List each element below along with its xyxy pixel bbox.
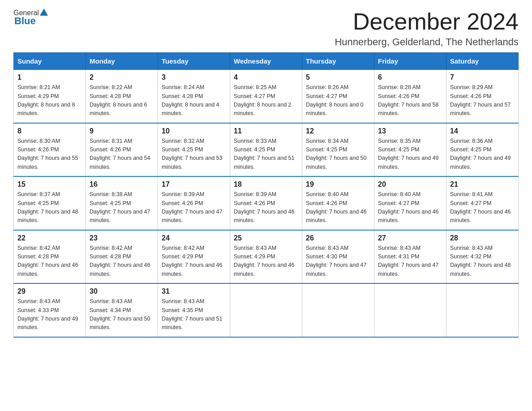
day-info: Sunrise: 8:34 AMSunset: 4:25 PMDaylight:… bbox=[306, 138, 367, 170]
day-number: 23 bbox=[90, 234, 154, 242]
day-info: Sunrise: 8:38 AMSunset: 4:25 PMDaylight:… bbox=[90, 191, 150, 223]
calendar-table: Sunday Monday Tuesday Wednesday Thursday… bbox=[13, 52, 519, 338]
day-number: 2 bbox=[90, 73, 154, 81]
header-saturday: Saturday bbox=[446, 53, 519, 70]
day-number: 1 bbox=[17, 73, 82, 81]
day-number: 22 bbox=[17, 234, 82, 242]
calendar-cell: 28 Sunrise: 8:43 AMSunset: 4:32 PMDaylig… bbox=[446, 230, 519, 284]
calendar-cell: 23 Sunrise: 8:42 AMSunset: 4:28 PMDaylig… bbox=[86, 230, 158, 284]
day-info: Sunrise: 8:24 AMSunset: 4:28 PMDaylight:… bbox=[162, 84, 219, 116]
day-info: Sunrise: 8:30 AMSunset: 4:26 PMDaylight:… bbox=[17, 138, 78, 170]
calendar-cell: 8 Sunrise: 8:30 AMSunset: 4:26 PMDayligh… bbox=[14, 123, 86, 177]
calendar-cell: 17 Sunrise: 8:39 AMSunset: 4:26 PMDaylig… bbox=[158, 176, 230, 230]
day-number: 11 bbox=[234, 127, 298, 135]
day-number: 9 bbox=[90, 127, 154, 135]
calendar-cell: 9 Sunrise: 8:31 AMSunset: 4:26 PMDayligh… bbox=[86, 123, 158, 177]
day-info: Sunrise: 8:33 AMSunset: 4:25 PMDaylight:… bbox=[234, 138, 295, 170]
day-info: Sunrise: 8:43 AMSunset: 4:29 PMDaylight:… bbox=[234, 245, 295, 277]
calendar-cell: 25 Sunrise: 8:43 AMSunset: 4:29 PMDaylig… bbox=[230, 230, 302, 284]
calendar-cell bbox=[302, 283, 374, 337]
day-number: 26 bbox=[306, 234, 370, 242]
calendar-cell bbox=[446, 283, 519, 337]
day-number: 27 bbox=[378, 234, 442, 242]
day-number: 12 bbox=[306, 127, 370, 135]
logo-triangle-icon bbox=[40, 9, 48, 16]
calendar-cell: 7 Sunrise: 8:29 AMSunset: 4:26 PMDayligh… bbox=[446, 70, 519, 123]
day-info: Sunrise: 8:40 AMSunset: 4:27 PMDaylight:… bbox=[378, 191, 439, 223]
header-monday: Monday bbox=[86, 53, 158, 70]
calendar-cell: 12 Sunrise: 8:34 AMSunset: 4:25 PMDaylig… bbox=[302, 123, 374, 177]
calendar-cell bbox=[374, 283, 446, 337]
day-info: Sunrise: 8:43 AMSunset: 4:34 PMDaylight:… bbox=[90, 298, 150, 330]
calendar-cell: 19 Sunrise: 8:40 AMSunset: 4:26 PMDaylig… bbox=[302, 176, 374, 230]
day-info: Sunrise: 8:37 AMSunset: 4:25 PMDaylight:… bbox=[17, 191, 78, 223]
day-number: 13 bbox=[378, 127, 442, 135]
calendar-cell: 2 Sunrise: 8:22 AMSunset: 4:28 PMDayligh… bbox=[86, 70, 158, 123]
day-info: Sunrise: 8:39 AMSunset: 4:26 PMDaylight:… bbox=[162, 191, 223, 223]
title-area: December 2024 Hunnerberg, Gelderland, Th… bbox=[335, 9, 519, 48]
day-number: 17 bbox=[162, 180, 226, 188]
day-info: Sunrise: 8:36 AMSunset: 4:25 PMDaylight:… bbox=[450, 138, 511, 170]
calendar-cell: 3 Sunrise: 8:24 AMSunset: 4:28 PMDayligh… bbox=[158, 70, 230, 123]
day-number: 24 bbox=[162, 234, 226, 242]
calendar-cell: 30 Sunrise: 8:43 AMSunset: 4:34 PMDaylig… bbox=[86, 283, 158, 337]
day-number: 3 bbox=[162, 73, 226, 81]
day-number: 6 bbox=[378, 73, 442, 81]
day-info: Sunrise: 8:22 AMSunset: 4:28 PMDaylight:… bbox=[90, 84, 147, 116]
day-number: 14 bbox=[450, 127, 515, 135]
week-row-4: 22 Sunrise: 8:42 AMSunset: 4:28 PMDaylig… bbox=[14, 230, 519, 284]
calendar-cell: 11 Sunrise: 8:33 AMSunset: 4:25 PMDaylig… bbox=[230, 123, 302, 177]
day-info: Sunrise: 8:25 AMSunset: 4:27 PMDaylight:… bbox=[234, 84, 292, 116]
day-number: 7 bbox=[450, 73, 515, 81]
calendar-cell: 15 Sunrise: 8:37 AMSunset: 4:25 PMDaylig… bbox=[14, 176, 86, 230]
calendar-cell: 31 Sunrise: 8:43 AMSunset: 4:35 PMDaylig… bbox=[158, 283, 230, 337]
header-wednesday: Wednesday bbox=[230, 53, 302, 70]
header-friday: Friday bbox=[374, 53, 446, 70]
day-info: Sunrise: 8:21 AMSunset: 4:29 PMDaylight:… bbox=[17, 84, 75, 116]
day-info: Sunrise: 8:41 AMSunset: 4:27 PMDaylight:… bbox=[450, 191, 511, 223]
logo-blue-text: Blue bbox=[14, 15, 36, 27]
day-info: Sunrise: 8:42 AMSunset: 4:28 PMDaylight:… bbox=[90, 245, 150, 277]
day-info: Sunrise: 8:43 AMSunset: 4:30 PMDaylight:… bbox=[306, 245, 367, 277]
header-tuesday: Tuesday bbox=[158, 53, 230, 70]
logo-area: General Blue bbox=[13, 9, 49, 27]
day-info: Sunrise: 8:43 AMSunset: 4:31 PMDaylight:… bbox=[378, 245, 439, 277]
week-row-3: 15 Sunrise: 8:37 AMSunset: 4:25 PMDaylig… bbox=[14, 176, 519, 230]
day-info: Sunrise: 8:39 AMSunset: 4:26 PMDaylight:… bbox=[234, 191, 295, 223]
day-number: 16 bbox=[90, 180, 154, 188]
day-number: 10 bbox=[162, 127, 226, 135]
calendar-cell: 20 Sunrise: 8:40 AMSunset: 4:27 PMDaylig… bbox=[374, 176, 446, 230]
calendar-cell: 14 Sunrise: 8:36 AMSunset: 4:25 PMDaylig… bbox=[446, 123, 519, 177]
calendar-cell: 1 Sunrise: 8:21 AMSunset: 4:29 PMDayligh… bbox=[14, 70, 86, 123]
weekday-header-row: Sunday Monday Tuesday Wednesday Thursday… bbox=[14, 53, 519, 70]
day-number: 20 bbox=[378, 180, 442, 188]
calendar-cell bbox=[230, 283, 302, 337]
calendar-cell: 26 Sunrise: 8:43 AMSunset: 4:30 PMDaylig… bbox=[302, 230, 374, 284]
day-info: Sunrise: 8:35 AMSunset: 4:25 PMDaylight:… bbox=[378, 138, 439, 170]
day-info: Sunrise: 8:26 AMSunset: 4:27 PMDaylight:… bbox=[306, 84, 364, 116]
calendar-cell: 16 Sunrise: 8:38 AMSunset: 4:25 PMDaylig… bbox=[86, 176, 158, 230]
day-number: 5 bbox=[306, 73, 370, 81]
day-number: 31 bbox=[162, 287, 226, 295]
week-row-1: 1 Sunrise: 8:21 AMSunset: 4:29 PMDayligh… bbox=[14, 70, 519, 123]
day-info: Sunrise: 8:28 AMSunset: 4:26 PMDaylight:… bbox=[378, 84, 439, 116]
day-info: Sunrise: 8:43 AMSunset: 4:35 PMDaylight:… bbox=[162, 298, 223, 330]
day-number: 29 bbox=[17, 287, 82, 295]
day-number: 25 bbox=[234, 234, 298, 242]
calendar-cell: 27 Sunrise: 8:43 AMSunset: 4:31 PMDaylig… bbox=[374, 230, 446, 284]
day-info: Sunrise: 8:42 AMSunset: 4:28 PMDaylight:… bbox=[17, 245, 78, 277]
day-info: Sunrise: 8:42 AMSunset: 4:29 PMDaylight:… bbox=[162, 245, 223, 277]
calendar-cell: 6 Sunrise: 8:28 AMSunset: 4:26 PMDayligh… bbox=[374, 70, 446, 123]
calendar-cell: 5 Sunrise: 8:26 AMSunset: 4:27 PMDayligh… bbox=[302, 70, 374, 123]
calendar-cell: 29 Sunrise: 8:43 AMSunset: 4:33 PMDaylig… bbox=[14, 283, 86, 337]
day-info: Sunrise: 8:43 AMSunset: 4:32 PMDaylight:… bbox=[450, 245, 511, 277]
day-number: 28 bbox=[450, 234, 515, 242]
calendar-cell: 22 Sunrise: 8:42 AMSunset: 4:28 PMDaylig… bbox=[14, 230, 86, 284]
week-row-2: 8 Sunrise: 8:30 AMSunset: 4:26 PMDayligh… bbox=[14, 123, 519, 177]
month-title: December 2024 bbox=[335, 9, 519, 34]
header-sunday: Sunday bbox=[14, 53, 86, 70]
week-row-5: 29 Sunrise: 8:43 AMSunset: 4:33 PMDaylig… bbox=[14, 283, 519, 337]
calendar-cell: 18 Sunrise: 8:39 AMSunset: 4:26 PMDaylig… bbox=[230, 176, 302, 230]
calendar-cell: 13 Sunrise: 8:35 AMSunset: 4:25 PMDaylig… bbox=[374, 123, 446, 177]
page-header: General Blue December 2024 Hunnerberg, G… bbox=[13, 9, 519, 48]
